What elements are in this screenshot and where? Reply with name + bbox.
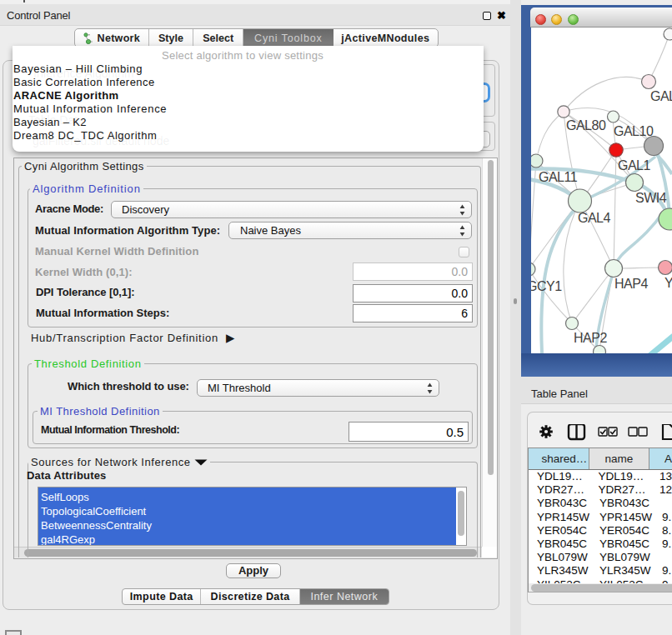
svg-text:SWI4: SWI4	[635, 191, 667, 205]
svg-text:GAL80: GAL80	[566, 118, 606, 132]
svg-text:GCY1: GCY1	[531, 279, 562, 293]
svg-text:GAL10: GAL10	[614, 124, 654, 138]
svg-text:Y: Y	[664, 276, 672, 290]
svg-text:GAL1: GAL1	[618, 158, 651, 172]
svg-text:GAL11: GAL11	[539, 170, 578, 184]
svg-text:GAL4: GAL4	[578, 211, 611, 225]
svg-text:HAP2: HAP2	[574, 331, 607, 345]
svg-text:GAL: GAL	[650, 89, 672, 103]
svg-text:HAP4: HAP4	[614, 277, 648, 291]
